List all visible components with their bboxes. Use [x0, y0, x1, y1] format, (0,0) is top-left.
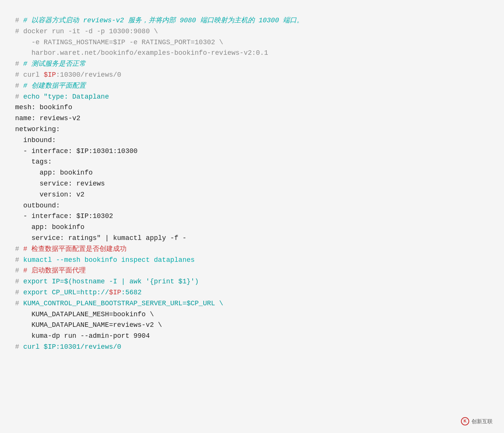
code-line: # docker run -it -d -p 10300:9080 \	[15, 26, 489, 37]
code-line: service: ratings" | kumactl apply -f -	[15, 233, 489, 244]
code-line: # # 测试服务是否正常	[15, 59, 489, 70]
code-line: mesh: bookinfo	[15, 102, 489, 113]
code-line: # export CP_URL=http://$IP:5682	[15, 287, 489, 298]
code-line: harbor.waret.net/bookinfo/examples-booki…	[15, 48, 489, 59]
code-line: # kumactl --mesh bookinfo inspect datapl…	[15, 255, 489, 266]
code-line: KUMA_DATAPLANE_NAME=reviews-v2 \	[15, 320, 489, 331]
code-line: tags:	[15, 156, 489, 167]
code-line: inbound:	[15, 135, 489, 146]
code-line: kuma-dp run --admin-port 9904	[15, 331, 489, 342]
code-line: # # 检查数据平面配置是否创建成功	[15, 244, 489, 255]
code-line: -e RATINGS_HOSTNAME=$IP -e RATINGS_PORT=…	[15, 37, 489, 48]
code-line: app: bookinfo	[15, 167, 489, 178]
code-line: # echo "type: Dataplane	[15, 91, 489, 102]
code-line: KUMA_DATAPLANE_MESH=bookinfo \	[15, 309, 489, 320]
code-line: networking:	[15, 124, 489, 135]
watermark-icon: K	[461, 417, 469, 425]
watermark-text: 创新互联	[472, 417, 493, 425]
code-line: service: reviews	[15, 178, 489, 189]
code-line: # # 创建数据平面配置	[15, 80, 489, 91]
code-line: name: reviews-v2	[15, 113, 489, 124]
code-block: # # 以容器方式启动 reviews-v2 服务，并将内部 9080 端口映射…	[15, 11, 489, 356]
code-line: - interface: $IP:10302	[15, 211, 489, 222]
code-line: - interface: $IP:10301:10300	[15, 146, 489, 157]
code-line: # export IP=$(hostname -I | awk '{print …	[15, 276, 489, 287]
code-line: # curl $IP:10301/reviews/0	[15, 342, 489, 353]
code-line: version: v2	[15, 189, 489, 200]
watermark: K 创新互联	[461, 417, 493, 425]
code-line: # # 启动数据平面代理	[15, 265, 489, 276]
code-line: # KUMA_CONTROL_PLANE_BOOTSTRAP_SERVER_UR…	[15, 298, 489, 309]
code-line: # # 以容器方式启动 reviews-v2 服务，并将内部 9080 端口映射…	[15, 15, 489, 26]
code-line: # curl $IP:10300/reviews/0	[15, 70, 489, 80]
code-line: app: bookinfo	[15, 222, 489, 233]
code-line: outbound:	[15, 200, 489, 211]
